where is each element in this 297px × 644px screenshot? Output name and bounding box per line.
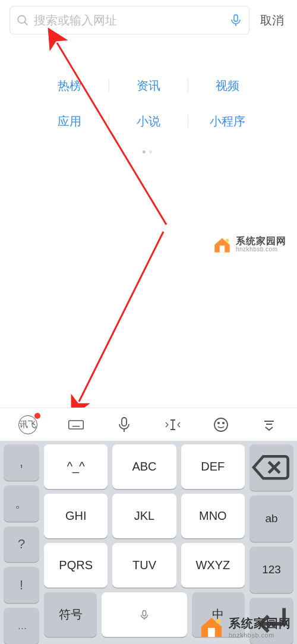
punct-exclaim[interactable]: ! xyxy=(4,567,39,603)
key-mno[interactable]: MNO xyxy=(181,494,245,538)
backspace-icon xyxy=(249,451,293,484)
category-novel[interactable]: 小说 xyxy=(109,113,188,130)
search-bar: 取消 xyxy=(0,0,297,40)
watermark-title: 系统家园网 xyxy=(236,236,286,247)
key-jkl[interactable]: JKL xyxy=(112,494,176,538)
svg-point-17 xyxy=(214,418,228,431)
ime-brand-button[interactable]: 讯飞 xyxy=(12,413,44,437)
collapse-keyboard-button[interactable] xyxy=(253,413,285,437)
watermark-sub-bottom: hnzkhbsb.com xyxy=(229,632,291,639)
svg-rect-8 xyxy=(69,421,84,429)
key-123[interactable]: 123 xyxy=(249,547,293,593)
keyboard-toggle-button[interactable] xyxy=(60,413,92,437)
key-backspace[interactable] xyxy=(249,444,293,491)
svg-point-0 xyxy=(18,15,26,23)
watermark-bottom: 系统家园网 hnzkhbsb.com xyxy=(198,613,291,640)
key-wxyz[interactable]: WXYZ xyxy=(181,543,245,588)
key-def[interactable]: DEF xyxy=(181,444,245,489)
svg-rect-6 xyxy=(220,245,225,252)
mic-icon xyxy=(116,416,132,433)
svg-point-19 xyxy=(223,422,224,423)
category-news[interactable]: 资讯 xyxy=(109,78,188,94)
voice-input-button[interactable] xyxy=(108,413,140,437)
cancel-button[interactable]: 取消 xyxy=(249,12,290,29)
category-miniapp[interactable]: 小程序 xyxy=(188,113,267,130)
text-cursor-icon xyxy=(165,416,181,433)
svg-point-18 xyxy=(218,422,219,423)
key-pqrs[interactable]: PQRS xyxy=(44,543,108,588)
emoji-icon xyxy=(213,416,229,433)
ime-toolbar: 讯飞 xyxy=(0,408,297,441)
punct-comma[interactable]: , xyxy=(4,444,39,481)
chevron-down-icon xyxy=(261,416,277,433)
svg-line-5 xyxy=(79,232,163,402)
svg-rect-22 xyxy=(143,610,146,615)
punctuation-column[interactable]: , 。 ? ! … xyxy=(4,444,39,644)
house-icon xyxy=(198,613,225,640)
search-field-wrap[interactable] xyxy=(10,6,249,34)
svg-rect-14 xyxy=(122,418,127,426)
key-tuv[interactable]: TUV xyxy=(112,543,176,588)
key-symbol[interactable]: 符号 xyxy=(44,592,97,637)
category-hotlist[interactable]: 热榜 xyxy=(30,78,109,94)
key-ab[interactable]: ab xyxy=(249,495,293,542)
category-video[interactable]: 视频 xyxy=(188,78,267,94)
watermark-sub: hnzkhbsb.com xyxy=(236,247,286,253)
punct-ellipsis[interactable]: … xyxy=(4,608,39,644)
mic-icon[interactable] xyxy=(229,13,243,27)
search-input[interactable] xyxy=(34,14,229,27)
notification-dot xyxy=(34,413,40,419)
svg-point-27 xyxy=(216,619,221,624)
svg-rect-2 xyxy=(234,15,238,21)
svg-line-1 xyxy=(25,23,28,26)
category-apps[interactable]: 应用 xyxy=(30,113,109,130)
house-icon xyxy=(212,235,232,255)
key-emoticon[interactable]: ^_^ xyxy=(44,444,108,489)
category-grid: 热榜 资讯 视频 应用 小说 小程序 ●● xyxy=(0,68,297,156)
page-indicator: ●● xyxy=(0,147,297,156)
keyboard-icon xyxy=(68,416,84,433)
watermark: 系统家园网 hnzkhbsb.com xyxy=(212,235,286,255)
search-icon xyxy=(16,14,29,27)
emoji-button[interactable] xyxy=(205,413,237,437)
cursor-edit-button[interactable] xyxy=(157,413,189,437)
svg-rect-26 xyxy=(208,628,215,637)
key-abc[interactable]: ABC xyxy=(112,444,176,489)
watermark-title-bottom: 系统家园网 xyxy=(229,615,291,632)
key-space[interactable] xyxy=(102,592,187,637)
mic-small-icon xyxy=(138,608,151,621)
iflytek-icon: 讯飞 xyxy=(18,415,37,434)
annotation-arrows xyxy=(0,0,297,416)
key-ghi[interactable]: GHI xyxy=(44,494,108,538)
svg-point-7 xyxy=(226,239,229,242)
punct-question[interactable]: ? xyxy=(4,526,39,563)
punct-period[interactable]: 。 xyxy=(4,485,39,522)
